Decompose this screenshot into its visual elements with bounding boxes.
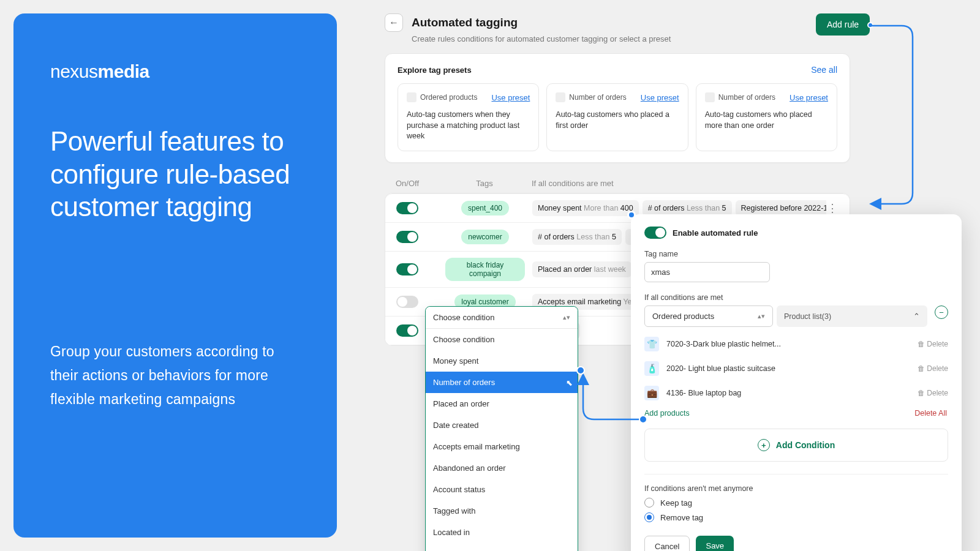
dropdown-option[interactable]: Tagged with xyxy=(426,500,578,522)
preset-icon xyxy=(556,92,565,102)
remove-tag-label: Remove tag xyxy=(660,513,703,522)
brand-logo: nexusmedia xyxy=(50,61,300,82)
annotation-dot-icon xyxy=(627,211,636,219)
tag-pill: black friday compaign xyxy=(445,258,525,281)
save-button[interactable]: Save xyxy=(696,536,734,551)
page-subtitle: Create rules conditions for automated cu… xyxy=(412,34,850,43)
product-name: 2020- Light blue plastic suitcase xyxy=(666,364,775,373)
presets-card: Explore tag presets See all Ordered prod… xyxy=(385,53,850,163)
enable-rule-toggle[interactable] xyxy=(644,227,666,239)
row-menu-button[interactable]: ⋮ xyxy=(826,201,839,215)
cursor-icon: ⬉ xyxy=(566,378,573,387)
chevron-up-icon: ⌃ xyxy=(913,312,920,321)
annotation-dot-icon xyxy=(867,22,873,28)
rules-header: On/Off Tags If all conditions are met xyxy=(385,173,850,193)
add-rule-button[interactable]: Add rule xyxy=(816,13,870,36)
dropdown-header-label: Choose condition xyxy=(433,313,494,322)
col-toggle: On/Off xyxy=(396,179,445,188)
divider xyxy=(644,474,948,474)
product-row: 💼 4136- Blue laptop bag 🗑 Delete xyxy=(644,381,948,405)
preset-description: Auto-tag customers who placed a first or… xyxy=(556,110,679,131)
unmet-label: If conditions aren't met anymore xyxy=(644,484,948,493)
dropdown-option[interactable]: Date created xyxy=(426,414,578,436)
add-condition-label: Add Condition xyxy=(776,440,835,450)
plus-icon: + xyxy=(758,439,770,451)
select-arrows-icon: ▴▾ xyxy=(563,313,570,321)
dropdown-option[interactable]: Placed an order xyxy=(426,393,578,414)
see-all-link[interactable]: See all xyxy=(811,65,837,75)
preset-description: Auto-tag customers who placed more than … xyxy=(705,110,828,131)
tag-name-input[interactable] xyxy=(644,262,770,282)
product-thumb-icon: 🧴 xyxy=(644,361,659,376)
condition-type-value: Ordered products xyxy=(652,312,714,321)
preset-name: Ordered products xyxy=(407,92,477,102)
condition-dropdown[interactable]: Choose condition ▴▾ Choose conditionMone… xyxy=(425,306,578,551)
product-name: 4136- Blue laptop bag xyxy=(666,389,741,397)
dropdown-option[interactable]: Accepts email marketing xyxy=(426,436,578,457)
product-row: 🧴 2020- Light blue plastic suitcase 🗑 De… xyxy=(644,356,948,381)
rule-toggle[interactable] xyxy=(396,324,418,337)
promo-headline: Powerful features to configure rule-base… xyxy=(50,125,300,223)
product-list-value: Product list(3) xyxy=(784,312,831,321)
delete-product-link[interactable]: 🗑 Delete xyxy=(918,364,948,373)
cancel-button[interactable]: Cancel xyxy=(644,536,690,551)
use-preset-link[interactable]: Use preset xyxy=(790,93,828,102)
keep-tag-label: Keep tag xyxy=(660,498,692,508)
condition-chip: Money spent More than 400 xyxy=(532,200,639,216)
promo-panel: nexusmedia Powerful features to configur… xyxy=(13,13,337,538)
radio-icon xyxy=(644,498,654,508)
preset-icon xyxy=(705,92,715,102)
rule-toggle[interactable] xyxy=(396,231,418,243)
remove-condition-button[interactable]: − xyxy=(935,305,948,319)
condition-type-select[interactable]: Ordered products ▴▾ xyxy=(644,305,773,327)
use-preset-link[interactable]: Use preset xyxy=(491,93,530,102)
preset-card: Number of orders Use preset Auto-tag cus… xyxy=(546,83,688,151)
rule-toggle[interactable] xyxy=(396,202,418,214)
dropdown-option[interactable]: Choose condition xyxy=(426,329,578,350)
delete-product-link[interactable]: 🗑 Delete xyxy=(918,389,948,397)
rule-toggle[interactable] xyxy=(396,296,418,308)
brand-bold: media xyxy=(98,61,149,81)
tag-pill: spent_400 xyxy=(461,201,509,216)
promo-description: Group your customers according to their … xyxy=(50,340,300,411)
select-arrows-icon: ▴▾ xyxy=(758,312,765,320)
tag-pill: newcomer xyxy=(461,230,508,244)
condition-chip: # of orders Less than 5 xyxy=(643,200,732,216)
preset-icon xyxy=(407,92,417,102)
add-products-link[interactable]: Add products xyxy=(644,409,690,418)
back-button[interactable]: ← xyxy=(385,13,403,32)
dropdown-option[interactable]: Abandoned an order xyxy=(426,457,578,479)
dropdown-option[interactable]: Money spent xyxy=(426,350,578,372)
enable-rule-label: Enable automated rule xyxy=(673,228,758,238)
product-list-select[interactable]: Product list(3) ⌃ xyxy=(777,305,927,327)
dropdown-option[interactable]: Located in xyxy=(426,522,578,543)
delete-all-link[interactable]: Delete All xyxy=(914,409,947,418)
product-row: 👕 7020-3-Dark blue plastic helmet... 🗑 D… xyxy=(644,332,948,356)
product-list: 👕 7020-3-Dark blue plastic helmet... 🗑 D… xyxy=(644,332,948,405)
add-rule-label: Add rule xyxy=(827,20,859,29)
preset-name: Number of orders xyxy=(556,92,626,102)
dropdown-option[interactable]: Number of orders⬉ xyxy=(426,372,578,393)
dropdown-option[interactable]: Account status xyxy=(426,479,578,500)
add-condition-button[interactable]: + Add Condition xyxy=(644,429,948,462)
use-preset-link[interactable]: Use preset xyxy=(641,93,679,102)
rule-toggle[interactable] xyxy=(396,263,418,276)
conditions-label: If all conditions are met xyxy=(644,293,948,302)
radio-checked-icon xyxy=(644,512,654,522)
annotation-arrow-icon xyxy=(865,18,920,220)
brand-light: nexus xyxy=(50,61,98,81)
condition-chip: Registered before 2022-12-22 xyxy=(736,200,826,216)
col-conditions: If all conditions are met xyxy=(524,179,839,188)
preset-card: Ordered products Use preset Auto-tag cus… xyxy=(398,83,539,151)
condition-chip: # of orders Less than 5 xyxy=(532,229,622,245)
product-name: 7020-3-Dark blue plastic helmet... xyxy=(666,340,781,348)
dropdown-header[interactable]: Choose condition ▴▾ xyxy=(426,307,578,329)
preset-name: Number of orders xyxy=(705,92,775,102)
keep-tag-option[interactable]: Keep tag xyxy=(644,498,948,508)
presets-title: Explore tag presets xyxy=(398,66,472,75)
preset-card: Number of orders Use preset Auto-tag cus… xyxy=(696,83,837,151)
remove-tag-option[interactable]: Remove tag xyxy=(644,512,948,522)
dropdown-option[interactable]: Ordered products xyxy=(426,543,578,551)
delete-product-link[interactable]: 🗑 Delete xyxy=(918,340,948,348)
tag-name-label: Tag name xyxy=(644,250,948,258)
